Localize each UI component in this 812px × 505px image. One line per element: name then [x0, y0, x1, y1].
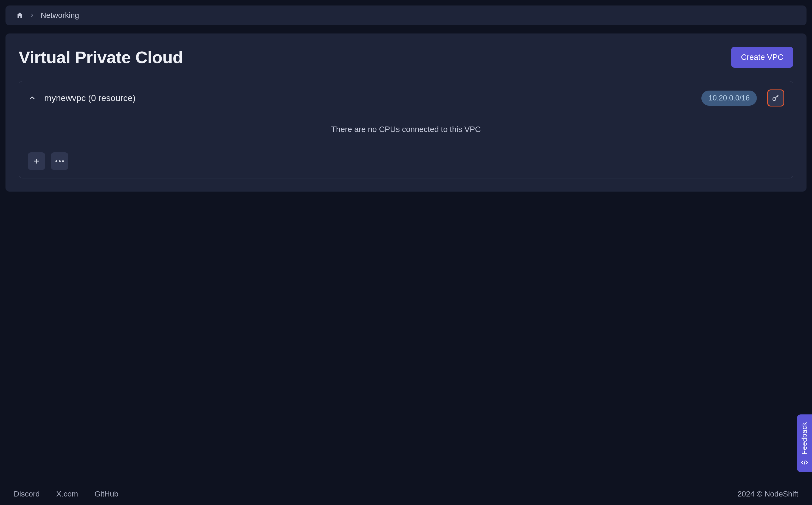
footer: Discord X.com GitHub 2024 © NodeShift: [0, 483, 812, 505]
vpc-key-button[interactable]: [767, 90, 784, 107]
add-resource-button[interactable]: [28, 152, 45, 170]
key-icon: [771, 94, 780, 103]
ellipsis-icon: [55, 160, 64, 162]
home-icon[interactable]: [16, 12, 24, 19]
feedback-icon: [800, 458, 809, 467]
vpc-empty-message: There are no CPUs connected to this VPC: [19, 115, 793, 144]
main-panel: Virtual Private Cloud Create VPC mynewvp…: [5, 33, 807, 192]
breadcrumb-current[interactable]: Networking: [41, 11, 79, 20]
plus-icon: [32, 157, 41, 165]
breadcrumb: Networking: [5, 5, 807, 25]
svg-point-0: [773, 98, 776, 101]
svg-line-5: [804, 460, 805, 465]
footer-link-discord[interactable]: Discord: [14, 490, 40, 498]
more-actions-button[interactable]: [51, 152, 68, 170]
page-title: Virtual Private Cloud: [19, 47, 183, 67]
footer-link-github[interactable]: GitHub: [95, 490, 118, 498]
create-vpc-button[interactable]: Create VPC: [731, 47, 793, 68]
vpc-actions: [19, 144, 793, 178]
footer-link-x[interactable]: X.com: [56, 490, 78, 498]
svg-line-2: [777, 96, 778, 97]
vpc-header: mynewvpc (0 resource) 10.20.0.0/16: [19, 81, 793, 115]
feedback-tab[interactable]: Feedback: [797, 414, 812, 472]
chevron-right-icon: [29, 12, 35, 18]
chevron-up-icon[interactable]: [28, 94, 36, 103]
feedback-label: Feedback: [800, 422, 809, 455]
vpc-name: mynewvpc (0 resource): [44, 93, 694, 103]
cidr-badge: 10.20.0.0/16: [701, 91, 757, 106]
footer-copyright: 2024 © NodeShift: [738, 490, 798, 498]
vpc-card: mynewvpc (0 resource) 10.20.0.0/16 There…: [19, 81, 793, 178]
